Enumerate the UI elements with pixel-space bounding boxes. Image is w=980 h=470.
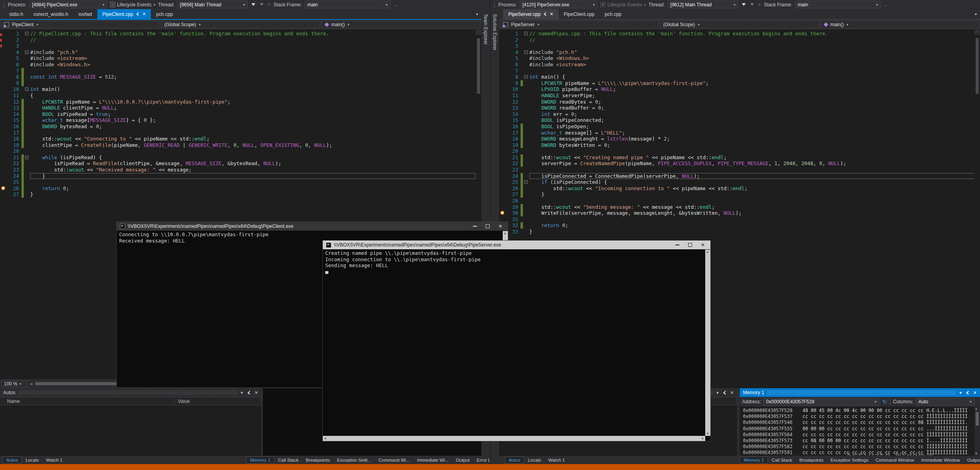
panel-tab[interactable]: Output bbox=[964, 457, 980, 463]
pin-icon[interactable] bbox=[247, 391, 251, 395]
chevron-down-icon[interactable]: ▾ bbox=[959, 390, 962, 395]
scroll-down-icon[interactable]: ▼ bbox=[706, 432, 709, 435]
stack-frame-combo[interactable]: main ▾ bbox=[305, 1, 390, 8]
refresh-icon[interactable]: ↻ bbox=[882, 399, 887, 405]
code-line[interactable]: 1−// namedPipes.cpp : This file contains… bbox=[499, 31, 975, 37]
fold-icon[interactable]: − bbox=[25, 87, 29, 91]
scrollbar-thumb[interactable] bbox=[976, 412, 979, 426]
panel-tab[interactable]: Locals bbox=[524, 457, 544, 463]
code-line[interactable]: 18 DWORD messageLenght = lstrlen(message… bbox=[499, 136, 975, 142]
close-icon[interactable]: ✕ bbox=[973, 390, 977, 395]
panel-tab[interactable]: Call Stack bbox=[274, 457, 302, 463]
code-line[interactable]: 25 bbox=[0, 179, 476, 185]
code-line[interactable]: 33} bbox=[499, 229, 975, 235]
filter-threads-icon[interactable] bbox=[742, 3, 746, 6]
code-line[interactable]: 23 std::wcout << "Received message: " <<… bbox=[0, 167, 476, 173]
code-line[interactable]: 27 } bbox=[499, 191, 975, 198]
panel-tab[interactable]: Immediate Window bbox=[918, 457, 964, 463]
fold-icon[interactable]: − bbox=[25, 32, 29, 35]
editor-vertical-scrollbar[interactable]: + bbox=[974, 29, 980, 388]
code-line[interactable]: 18 std::wcout << "Connecting to " << pip… bbox=[0, 136, 476, 142]
fold-icon[interactable]: − bbox=[524, 180, 528, 184]
column-header-value[interactable]: Value bbox=[175, 397, 261, 405]
fold-icon[interactable]: − bbox=[25, 156, 29, 159]
editor-tab[interactable]: iosfwd bbox=[73, 9, 97, 19]
panel-tab[interactable]: Output bbox=[452, 457, 473, 463]
toolbar-grip-icon[interactable] bbox=[494, 2, 496, 8]
chevron-down-icon[interactable]: ▾ bbox=[698, 23, 700, 27]
lifecycle-events-button[interactable]: Lifecycle Events ▾ bbox=[110, 2, 155, 8]
minimize-icon[interactable] bbox=[675, 245, 679, 245]
console-titlebar[interactable]: \\VBOXSVR\Experiments\namedPipes\namedPi… bbox=[117, 222, 508, 231]
scroll-up-icon[interactable]: ▲ bbox=[504, 231, 507, 235]
code-line[interactable]: 26 return 0; bbox=[0, 185, 476, 192]
panel-tab[interactable]: Watch 1 bbox=[545, 457, 569, 463]
close-icon[interactable]: ✕ bbox=[142, 12, 146, 17]
memory-hex-view[interactable]: 0x000000E43057F52848 00 45 00 4c 00 4c 0… bbox=[740, 406, 980, 456]
memory-scrollbar[interactable]: ▲ ▼ bbox=[974, 406, 980, 456]
code-line[interactable]: 23 bbox=[499, 167, 975, 173]
memory-panel-title[interactable]: Memory 1 ▾ ✕ bbox=[740, 388, 980, 397]
stack-frame-combo[interactable]: main ▾ bbox=[795, 1, 881, 8]
pin-icon[interactable] bbox=[543, 12, 547, 16]
chevron-down-icon[interactable]: ▾ bbox=[847, 23, 849, 27]
thread-combo[interactable]: [9656] Main Thread ▾ bbox=[177, 1, 248, 8]
editor-tab[interactable]: corecrt_wstdio.h bbox=[28, 9, 73, 19]
chevron-down-icon[interactable]: ▾ bbox=[199, 23, 201, 27]
panel-tab[interactable]: Breakpoints bbox=[796, 457, 827, 463]
column-header-name[interactable]: Name bbox=[0, 397, 175, 405]
code-line[interactable]: 4−#include "pch.h" bbox=[499, 49, 975, 56]
autos-panel-title[interactable]: Autos ▾ ✕ bbox=[0, 388, 261, 397]
chevron-down-icon[interactable]: ▾ bbox=[241, 390, 243, 395]
chevron-down-icon[interactable]: ▾ bbox=[876, 3, 878, 7]
chevron-down-icon[interactable]: ▾ bbox=[37, 23, 39, 27]
maximize-icon[interactable] bbox=[688, 243, 692, 247]
code-line[interactable]: 2// bbox=[499, 37, 975, 43]
panel-tab[interactable]: Watch 1 bbox=[42, 457, 66, 463]
maximize-icon[interactable] bbox=[486, 224, 490, 228]
panel-tab[interactable]: Memory 1 bbox=[740, 457, 768, 464]
code-line[interactable]: 9 LPCWSTR pipeName = L"\\\\.\\pipe\\mant… bbox=[499, 80, 975, 87]
project-scope-combo[interactable]: PipeClient ▾ bbox=[1, 21, 160, 29]
panel-tab[interactable]: Immediate Wi... bbox=[413, 457, 452, 463]
address-input[interactable]: 0x000000E43057F528 ▾ bbox=[763, 398, 879, 406]
toolbar-grip-icon[interactable] bbox=[3, 2, 5, 8]
scrollbar-thumb[interactable] bbox=[976, 38, 979, 94]
close-icon[interactable]: ✕ bbox=[701, 242, 705, 248]
code-line[interactable]: 10 LPVOID pipeBuffer = NULL; bbox=[499, 86, 975, 92]
type-scope-combo[interactable]: (Global Scope) ▾ bbox=[660, 21, 819, 29]
scroll-down-icon[interactable]: ▼ bbox=[975, 452, 977, 455]
diagnostic-icon[interactable] bbox=[1, 186, 5, 190]
scroll-up-icon[interactable]: ▲ bbox=[706, 250, 709, 254]
scroll-right-icon[interactable]: ► bbox=[701, 437, 704, 440]
code-line[interactable]: 27} bbox=[0, 191, 476, 198]
code-line[interactable]: 6#include <Windows.h> bbox=[0, 62, 476, 68]
chevron-down-icon[interactable]: ▾ bbox=[875, 400, 877, 404]
diagnostic-icon[interactable] bbox=[500, 211, 504, 215]
code-line[interactable]: 12 DWORD readBytes = 0; bbox=[499, 99, 975, 105]
code-line[interactable]: 24 } bbox=[0, 173, 476, 179]
code-line[interactable]: 3 bbox=[0, 43, 476, 49]
code-line[interactable]: 11{ bbox=[0, 92, 476, 99]
member-combo[interactable]: main() ▾ bbox=[321, 21, 480, 29]
thread-combo[interactable]: [9612] Main Thread ▾ bbox=[667, 1, 738, 8]
code-line[interactable]: 7 bbox=[0, 68, 476, 74]
chevron-down-icon[interactable]: ▾ bbox=[734, 3, 736, 7]
chevron-down-icon[interactable]: ▾ bbox=[153, 3, 155, 7]
console-vertical-scrollbar[interactable]: ▲ ▼ bbox=[705, 250, 710, 436]
code-line[interactable]: 17 bbox=[0, 130, 476, 136]
scroll-up-icon[interactable]: ▲ bbox=[975, 407, 977, 410]
chevron-down-icon[interactable]: ▾ bbox=[593, 3, 595, 7]
code-line[interactable]: 14 BOOL isPipeRead = true; bbox=[0, 111, 476, 118]
member-combo[interactable]: main() ▾ bbox=[820, 21, 979, 29]
pin-icon[interactable] bbox=[966, 391, 969, 395]
panel-tab[interactable]: Locals bbox=[22, 457, 42, 463]
scroll-left-icon[interactable]: ◄ bbox=[324, 437, 327, 440]
chevron-down-icon[interactable]: ▾ bbox=[19, 382, 21, 386]
close-icon[interactable]: ✕ bbox=[498, 223, 502, 229]
panel-tab[interactable]: Call Stack bbox=[768, 457, 796, 463]
filter-flagged-icon[interactable] bbox=[750, 3, 754, 6]
code-line[interactable]: 19 clientPipe = CreateFile(pipeName, GEN… bbox=[0, 142, 476, 148]
code-line[interactable]: 4−#include "pch.h" bbox=[0, 49, 476, 56]
suspend-threads-icon[interactable]: ✕ bbox=[267, 2, 270, 7]
